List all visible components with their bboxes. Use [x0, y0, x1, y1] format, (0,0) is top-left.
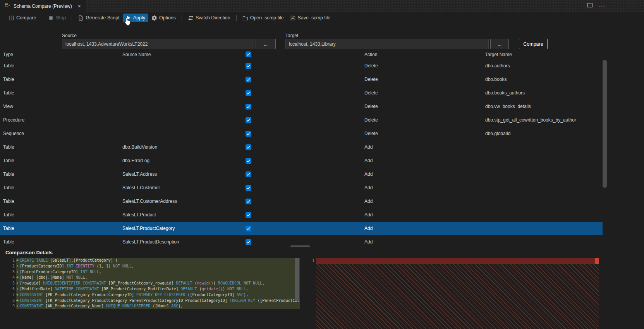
table-row[interactable]: SequenceDeletedbo.globalId — [0, 127, 603, 141]
row-include-checkbox[interactable] — [246, 185, 251, 191]
source-input[interactable] — [62, 39, 254, 49]
code-line-content: +[Name] [dbo].[Name] NOT NULL, — [16, 275, 300, 281]
row-source-name: dbo.ErrorLog — [122, 154, 149, 168]
toolbar-separator — [236, 15, 237, 21]
row-include-checkbox[interactable] — [246, 212, 251, 218]
row-type: Table — [3, 141, 14, 154]
toolbar-open-scmp-file-button[interactable]: Open .scmp file — [239, 14, 287, 22]
row-type: Table — [3, 235, 14, 249]
code-token: CONSTRAINT — [20, 293, 43, 297]
diff-add-marker: + — [16, 281, 20, 285]
row-include-checkbox[interactable] — [246, 226, 251, 231]
header-include-checkbox[interactable] — [246, 51, 251, 57]
code-token: [ParentProductCategoryID] — [20, 270, 81, 274]
table-row[interactable]: TableDeletedbo.books_authors — [0, 86, 603, 100]
source-label: Source — [62, 33, 77, 38]
split-editor-icon[interactable] — [587, 2, 593, 10]
column-header-type[interactable]: Type — [3, 50, 13, 59]
folder-icon — [242, 15, 248, 21]
grid-vertical-scrollbar[interactable] — [603, 60, 607, 188]
row-source-name: SalesLT.ProductCategory — [122, 222, 175, 235]
code-token: , — [99, 270, 101, 274]
schema-compare-app: Schema Compare (Preview) × ··· CompareSt… — [0, 0, 644, 329]
row-action: Delete — [364, 127, 378, 141]
toolbar-generate-script-button[interactable]: Generate Script — [75, 14, 123, 22]
diff-empty-region-hatch — [316, 264, 599, 329]
code-line: 4+[Name] [dbo].[Name] NOT NULL, — [5, 275, 300, 281]
diff-add-marker: + — [16, 264, 20, 268]
row-type: Table — [3, 208, 14, 222]
code-token: , — [101, 264, 106, 268]
table-row[interactable]: TableSalesLT.ProductAdd — [0, 208, 603, 222]
row-type: Procedure — [3, 113, 24, 127]
code-token: , — [132, 264, 134, 268]
compare-button[interactable]: Compare — [519, 39, 548, 49]
source-browse-button[interactable]: ... — [256, 39, 276, 49]
grid-horizontal-scrollbar[interactable] — [290, 245, 310, 247]
table-row[interactable]: ViewDeletedbo.vw_books_details — [0, 100, 603, 113]
target-input[interactable] — [285, 39, 489, 49]
row-include-checkbox[interactable] — [246, 158, 251, 164]
row-include-checkbox[interactable] — [246, 199, 251, 204]
row-action: Add — [364, 222, 373, 235]
table-row[interactable]: ProcedureDeletedbo.stp_get_all_cowritten… — [0, 113, 603, 127]
column-header-target-name[interactable]: Target Name — [485, 50, 512, 59]
diff-deleted-line — [316, 258, 595, 264]
toolbar-apply-label: Apply — [133, 15, 145, 21]
table-row[interactable]: Tabledbo.BuildVersionAdd — [0, 141, 603, 154]
row-include-checkbox[interactable] — [246, 117, 251, 123]
code-token: , — [85, 275, 88, 279]
row-include-checkbox[interactable] — [246, 171, 251, 177]
toolbar-compare-button[interactable]: Compare — [5, 14, 39, 22]
line-number: 1 — [5, 258, 16, 264]
code-token: ASC — [171, 304, 178, 308]
row-include-checkbox[interactable] — [246, 90, 251, 96]
column-header-action[interactable]: Action — [364, 50, 377, 59]
close-icon[interactable]: × — [78, 3, 81, 9]
row-include-checkbox[interactable] — [246, 63, 251, 69]
code-line-content: +[ParentProductCategoryID] INT NULL, — [16, 269, 300, 275]
table-row[interactable]: TableSalesLT.AddressAdd — [0, 168, 603, 181]
row-include-checkbox[interactable] — [246, 144, 251, 150]
diff-left-scrollbar[interactable] — [295, 258, 299, 301]
row-include-checkbox[interactable] — [246, 239, 251, 245]
table-row[interactable]: TableSalesLT.ProductCategoryAdd — [0, 222, 603, 235]
toolbar-switch-direction-button[interactable]: Switch Direction — [185, 14, 234, 22]
code-line: 1+CREATE TABLE [SalesLT].[ProductCategor… — [5, 258, 300, 264]
toolbar-options-button[interactable]: Options — [148, 14, 179, 22]
row-type: Table — [3, 59, 14, 73]
editor-actions: ··· — [587, 0, 605, 12]
row-target-name: dbo.books — [485, 73, 507, 86]
code-token: ) — [223, 287, 227, 291]
tab-schema-compare[interactable]: Schema Compare (Preview) × — [0, 0, 86, 12]
diff-left-code: 1+CREATE TABLE [SalesLT].[ProductCategor… — [5, 258, 300, 309]
code-token: [SalesLT].[ProductCategory] ( — [48, 258, 118, 262]
table-row[interactable]: TableSalesLT.CustomerAdd — [0, 181, 603, 195]
code-token: [ProductCategoryID] — [20, 264, 66, 268]
row-include-checkbox[interactable] — [246, 104, 251, 110]
row-include-checkbox[interactable] — [246, 77, 251, 82]
line-number: 9 — [5, 303, 16, 309]
toolbar-save-scmp-file-button[interactable]: Save .scmp file — [287, 14, 334, 22]
diff-delete-ruler-marker — [595, 258, 599, 264]
row-target-name: dbo.globalId — [485, 127, 510, 141]
row-action: Add — [364, 195, 373, 208]
table-row[interactable]: TableDeletedbo.books — [0, 73, 603, 86]
toolbar-stop-button[interactable]: Stop — [45, 14, 69, 22]
code-line-content: +CONSTRAINT [FK_ProductCategory_ProductC… — [16, 298, 300, 304]
toolbar: CompareStopGenerate ScriptApplyOptionsSw… — [0, 12, 644, 24]
table-row[interactable]: TableDeletedbo.authors — [0, 59, 603, 73]
switch-icon — [188, 15, 194, 21]
toolbar-apply-button[interactable]: Apply — [123, 14, 148, 22]
diff-add-marker: + — [16, 270, 20, 274]
more-actions-icon[interactable]: ··· — [599, 3, 605, 9]
toolbar-stop-label: Stop — [56, 15, 66, 21]
column-header-source-name[interactable]: Source Name — [122, 50, 151, 59]
row-include-checkbox[interactable] — [246, 131, 251, 137]
toolbar-separator — [72, 15, 72, 21]
code-token: ) — [108, 264, 113, 268]
row-action: Add — [364, 154, 373, 168]
table-row[interactable]: TableSalesLT.CustomerAddressAdd — [0, 195, 603, 208]
target-browse-button[interactable]: ... — [490, 39, 509, 49]
table-row[interactable]: Tabledbo.ErrorLogAdd — [0, 154, 603, 168]
